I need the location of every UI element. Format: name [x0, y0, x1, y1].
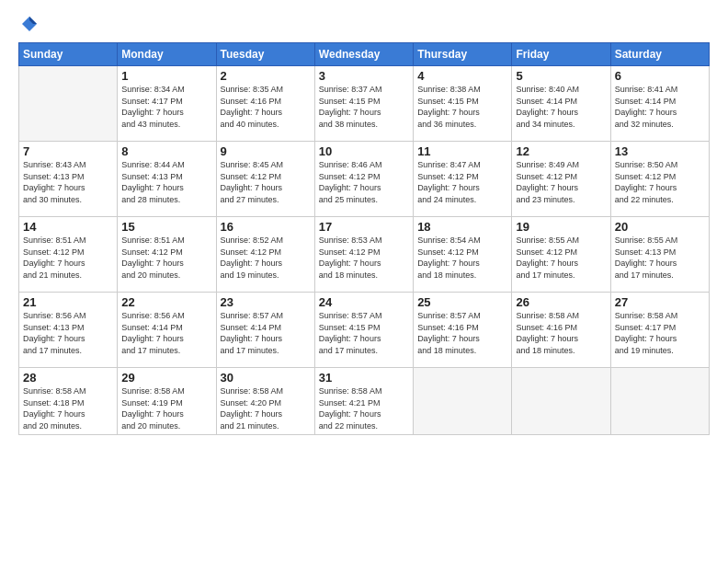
- day-info: Sunrise: 8:52 AM Sunset: 4:12 PM Dayligh…: [221, 235, 311, 281]
- day-info: Sunrise: 8:58 AM Sunset: 4:17 PM Dayligh…: [615, 310, 705, 356]
- day-info: Sunrise: 8:57 AM Sunset: 4:15 PM Dayligh…: [319, 310, 409, 356]
- calendar-header: SundayMondayTuesdayWednesdayThursdayFrid…: [19, 43, 710, 66]
- day-number: 29: [121, 371, 211, 385]
- day-number: 8: [121, 144, 211, 158]
- day-number: 2: [221, 69, 311, 83]
- calendar-cell: 30Sunrise: 8:58 AM Sunset: 4:20 PM Dayli…: [216, 368, 314, 435]
- day-number: 10: [319, 144, 409, 158]
- calendar-cell: 14Sunrise: 8:51 AM Sunset: 4:12 PM Dayli…: [19, 217, 118, 293]
- day-info: Sunrise: 8:58 AM Sunset: 4:20 PM Dayligh…: [221, 385, 311, 431]
- calendar-cell: [610, 368, 709, 435]
- calendar-cell: 9Sunrise: 8:45 AM Sunset: 4:12 PM Daylig…: [216, 142, 314, 217]
- calendar-cell: 23Sunrise: 8:57 AM Sunset: 4:14 PM Dayli…: [216, 293, 314, 368]
- calendar-cell: 2Sunrise: 8:35 AM Sunset: 4:16 PM Daylig…: [216, 66, 314, 142]
- calendar-cell: 4Sunrise: 8:38 AM Sunset: 4:15 PM Daylig…: [414, 66, 512, 142]
- calendar-page: SundayMondayTuesdayWednesdayThursdayFrid…: [0, 0, 728, 563]
- calendar-cell: 6Sunrise: 8:41 AM Sunset: 4:14 PM Daylig…: [610, 66, 709, 142]
- day-info: Sunrise: 8:37 AM Sunset: 4:15 PM Dayligh…: [319, 84, 409, 130]
- day-info: Sunrise: 8:46 AM Sunset: 4:12 PM Dayligh…: [319, 159, 409, 205]
- calendar-cell: 20Sunrise: 8:55 AM Sunset: 4:13 PM Dayli…: [610, 217, 709, 293]
- day-info: Sunrise: 8:51 AM Sunset: 4:12 PM Dayligh…: [121, 235, 211, 281]
- day-info: Sunrise: 8:47 AM Sunset: 4:12 PM Dayligh…: [417, 159, 507, 205]
- day-number: 3: [319, 69, 409, 83]
- day-info: Sunrise: 8:58 AM Sunset: 4:18 PM Dayligh…: [23, 385, 113, 431]
- week-row-3: 14Sunrise: 8:51 AM Sunset: 4:12 PM Dayli…: [19, 217, 710, 293]
- day-number: 5: [516, 69, 606, 83]
- logo-icon: [20, 15, 39, 33]
- day-number: 11: [417, 144, 507, 158]
- day-header-sunday: Sunday: [19, 43, 118, 66]
- day-number: 18: [417, 220, 507, 234]
- day-header-thursday: Thursday: [414, 43, 512, 66]
- calendar-cell: 8Sunrise: 8:44 AM Sunset: 4:13 PM Daylig…: [118, 142, 216, 217]
- calendar-cell: 28Sunrise: 8:58 AM Sunset: 4:18 PM Dayli…: [19, 368, 118, 435]
- day-number: 21: [23, 295, 113, 309]
- day-info: Sunrise: 8:40 AM Sunset: 4:14 PM Dayligh…: [516, 84, 606, 130]
- week-row-4: 21Sunrise: 8:56 AM Sunset: 4:13 PM Dayli…: [19, 293, 710, 368]
- days-row: SundayMondayTuesdayWednesdayThursdayFrid…: [19, 43, 710, 66]
- day-info: Sunrise: 8:45 AM Sunset: 4:12 PM Dayligh…: [221, 159, 311, 205]
- logo: [18, 15, 39, 33]
- day-header-wednesday: Wednesday: [314, 43, 413, 66]
- day-number: 23: [221, 295, 311, 309]
- day-info: Sunrise: 8:58 AM Sunset: 4:21 PM Dayligh…: [319, 385, 409, 431]
- day-number: 15: [121, 220, 211, 234]
- day-number: 17: [319, 220, 409, 234]
- day-info: Sunrise: 8:38 AM Sunset: 4:15 PM Dayligh…: [417, 84, 507, 130]
- day-number: 30: [221, 371, 311, 385]
- day-info: Sunrise: 8:51 AM Sunset: 4:12 PM Dayligh…: [23, 235, 113, 281]
- day-info: Sunrise: 8:55 AM Sunset: 4:13 PM Dayligh…: [615, 235, 705, 281]
- day-number: 9: [221, 144, 311, 158]
- calendar-cell: 26Sunrise: 8:58 AM Sunset: 4:16 PM Dayli…: [512, 293, 610, 368]
- calendar-cell: 22Sunrise: 8:56 AM Sunset: 4:14 PM Dayli…: [118, 293, 216, 368]
- day-info: Sunrise: 8:54 AM Sunset: 4:12 PM Dayligh…: [417, 235, 507, 281]
- calendar-table: SundayMondayTuesdayWednesdayThursdayFrid…: [18, 42, 710, 435]
- day-info: Sunrise: 8:58 AM Sunset: 4:16 PM Dayligh…: [516, 310, 606, 356]
- calendar-cell: 5Sunrise: 8:40 AM Sunset: 4:14 PM Daylig…: [512, 66, 610, 142]
- calendar-cell: 1Sunrise: 8:34 AM Sunset: 4:17 PM Daylig…: [118, 66, 216, 142]
- day-number: 13: [615, 144, 705, 158]
- calendar-cell: [512, 368, 610, 435]
- day-header-monday: Monday: [118, 43, 216, 66]
- day-info: Sunrise: 8:56 AM Sunset: 4:13 PM Dayligh…: [23, 310, 113, 356]
- day-info: Sunrise: 8:55 AM Sunset: 4:12 PM Dayligh…: [516, 235, 606, 281]
- day-info: Sunrise: 8:53 AM Sunset: 4:12 PM Dayligh…: [319, 235, 409, 281]
- day-number: 12: [516, 144, 606, 158]
- day-number: 26: [516, 295, 606, 309]
- day-number: 1: [121, 69, 211, 83]
- calendar-cell: [19, 66, 118, 142]
- day-number: 4: [417, 69, 507, 83]
- day-info: Sunrise: 8:44 AM Sunset: 4:13 PM Dayligh…: [121, 159, 211, 205]
- calendar-cell: 27Sunrise: 8:58 AM Sunset: 4:17 PM Dayli…: [610, 293, 709, 368]
- calendar-cell: 17Sunrise: 8:53 AM Sunset: 4:12 PM Dayli…: [314, 217, 413, 293]
- day-number: 25: [417, 295, 507, 309]
- day-header-saturday: Saturday: [610, 43, 709, 66]
- calendar-cell: 21Sunrise: 8:56 AM Sunset: 4:13 PM Dayli…: [19, 293, 118, 368]
- day-number: 28: [23, 371, 113, 385]
- header: [18, 15, 710, 33]
- calendar-cell: 31Sunrise: 8:58 AM Sunset: 4:21 PM Dayli…: [314, 368, 413, 435]
- week-row-2: 7Sunrise: 8:43 AM Sunset: 4:13 PM Daylig…: [19, 142, 710, 217]
- day-number: 22: [121, 295, 211, 309]
- day-number: 24: [319, 295, 409, 309]
- day-number: 6: [615, 69, 705, 83]
- day-info: Sunrise: 8:57 AM Sunset: 4:14 PM Dayligh…: [221, 310, 311, 356]
- calendar-cell: 12Sunrise: 8:49 AM Sunset: 4:12 PM Dayli…: [512, 142, 610, 217]
- day-number: 31: [319, 371, 409, 385]
- day-info: Sunrise: 8:41 AM Sunset: 4:14 PM Dayligh…: [615, 84, 705, 130]
- week-row-1: 1Sunrise: 8:34 AM Sunset: 4:17 PM Daylig…: [19, 66, 710, 142]
- calendar-cell: 11Sunrise: 8:47 AM Sunset: 4:12 PM Dayli…: [414, 142, 512, 217]
- day-header-tuesday: Tuesday: [216, 43, 314, 66]
- day-number: 19: [516, 220, 606, 234]
- calendar-cell: 3Sunrise: 8:37 AM Sunset: 4:15 PM Daylig…: [314, 66, 413, 142]
- day-number: 20: [615, 220, 705, 234]
- calendar-cell: 13Sunrise: 8:50 AM Sunset: 4:12 PM Dayli…: [610, 142, 709, 217]
- day-info: Sunrise: 8:49 AM Sunset: 4:12 PM Dayligh…: [516, 159, 606, 205]
- day-header-friday: Friday: [512, 43, 610, 66]
- day-info: Sunrise: 8:50 AM Sunset: 4:12 PM Dayligh…: [615, 159, 705, 205]
- calendar-cell: [414, 368, 512, 435]
- calendar-cell: 18Sunrise: 8:54 AM Sunset: 4:12 PM Dayli…: [414, 217, 512, 293]
- week-row-5: 28Sunrise: 8:58 AM Sunset: 4:18 PM Dayli…: [19, 368, 710, 435]
- day-number: 16: [221, 220, 311, 234]
- day-info: Sunrise: 8:43 AM Sunset: 4:13 PM Dayligh…: [23, 159, 113, 205]
